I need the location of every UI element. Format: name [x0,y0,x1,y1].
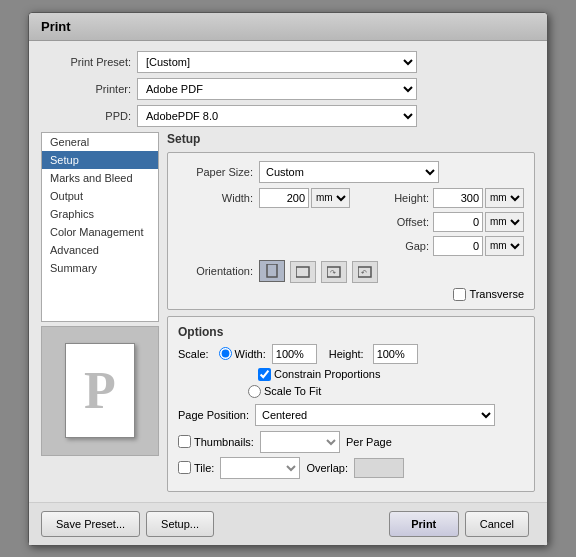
ppd-select[interactable]: AdobePDF 8.0 [137,105,417,127]
transverse-label[interactable]: Transverse [453,288,524,301]
bottom-buttons: Save Preset... Setup... Print Cancel [29,502,547,545]
width-label: Width: [178,192,253,204]
print-button[interactable]: Print [389,511,459,537]
rotate-ccw-button[interactable]: ↶ [352,261,378,283]
print-preset-select[interactable]: [Custom] [137,51,417,73]
width-unit-select[interactable]: mm [311,188,350,208]
thumbnails-checkbox-label[interactable]: Thumbnails: [178,435,254,448]
page-position-row: Page Position: Centered [178,404,524,426]
gap-spinner: mm [433,236,524,256]
cancel-button[interactable]: Cancel [465,511,529,537]
scale-fit-row: Scale To Fit [178,385,524,398]
setup-button[interactable]: Setup... [146,511,214,537]
per-page-label: Per Page [346,436,392,448]
rotate-ccw-icon: ↶ [358,266,372,278]
scale-label: Scale: [178,348,209,360]
height-spinner: mm [433,188,524,208]
gap-row: Gap: mm [394,236,524,256]
height-scale-label: Height: [329,348,364,360]
page-position-select[interactable]: Centered [255,404,495,426]
offset-input[interactable] [433,212,483,232]
thumbnails-checkbox[interactable] [178,435,191,448]
nav-item-summary[interactable]: Summary [42,259,158,277]
constrain-label[interactable]: Constrain Proportions [258,368,380,381]
width-radio-label[interactable]: Width: [219,347,266,360]
height-row: Height: mm [394,188,524,208]
height-input[interactable] [433,188,483,208]
width-spinner: mm [259,188,350,208]
width-col: Width: mm [178,188,384,213]
options-section-label: Options [178,325,524,339]
thumbnails-select[interactable] [260,431,340,453]
width-radio[interactable] [219,347,232,360]
scale-row: Scale: Width: Height: [178,344,524,364]
wh-row: Width: mm [178,188,524,256]
constrain-row: Constrain Proportions [178,368,524,381]
options-box: Options Scale: Width: Height: [167,316,535,492]
save-preset-button[interactable]: Save Preset... [41,511,140,537]
landscape-button[interactable] [290,261,316,283]
gap-input[interactable] [433,236,483,256]
nav-item-general[interactable]: General [42,133,158,151]
offset-row: Offset: mm [394,212,524,232]
gap-unit-select[interactable]: mm [485,236,524,256]
print-preset-label: Print Preset: [41,56,131,68]
scale-to-fit-label[interactable]: Scale To Fit [248,385,321,398]
scale-height-input[interactable] [373,344,418,364]
overlap-input[interactable] [354,458,404,478]
dialog-title: Print [41,19,71,34]
right-panel: Setup Paper Size: Custom Widt [167,132,535,492]
paper-size-label: Paper Size: [178,166,253,178]
scale-width-input[interactable] [272,344,317,364]
right-fields: Height: mm Offset: [394,188,524,256]
page-position-label: Page Position: [178,409,249,421]
nav-item-setup[interactable]: Setup [42,151,158,169]
print-preset-row: Print Preset: [Custom] [41,51,535,73]
transverse-row: Transverse [178,288,524,301]
height-label: Height: [394,192,429,204]
printer-label: Printer: [41,83,131,95]
setup-box: Paper Size: Custom Width: [167,152,535,310]
orientation-label: Orientation: [178,265,253,277]
offset-spinner: mm [433,212,524,232]
overlap-label: Overlap: [306,462,348,474]
orientation-row: Orientation: ↷ ↶ [178,260,524,283]
paper-size-select[interactable]: Custom [259,161,439,183]
dialog-body: Print Preset: [Custom] Printer: Adobe PD… [29,41,547,502]
gap-label: Gap: [394,240,429,252]
portrait-icon [266,264,278,278]
ppd-label: PPD: [41,110,131,122]
preview-page: P [65,343,135,438]
left-panel: General Setup Marks and Bleed Output Gra… [41,132,159,492]
nav-item-output[interactable]: Output [42,187,158,205]
offset-label: Offset: [394,216,429,228]
nav-list: General Setup Marks and Bleed Output Gra… [41,132,159,322]
nav-item-graphics[interactable]: Graphics [42,205,158,223]
setup-section-label: Setup [167,132,535,146]
nav-item-marks-bleed[interactable]: Marks and Bleed [42,169,158,187]
svg-text:↶: ↶ [361,269,367,276]
portrait-button[interactable] [259,260,285,282]
nav-item-advanced[interactable]: Advanced [42,241,158,259]
constrain-checkbox[interactable] [258,368,271,381]
ppd-row: PPD: AdobePDF 8.0 [41,105,535,127]
scale-to-fit-radio[interactable] [248,385,261,398]
printer-select[interactable]: Adobe PDF [137,78,417,100]
thumbnails-row: Thumbnails: Per Page [178,431,524,453]
svg-rect-1 [296,267,309,277]
tile-checkbox[interactable] [178,461,191,474]
offset-unit-select[interactable]: mm [485,212,524,232]
rotate-cw-button[interactable]: ↷ [321,261,347,283]
tile-select[interactable] [220,457,300,479]
preview-p-letter: P [84,361,116,420]
transverse-checkbox[interactable] [453,288,466,301]
printer-row: Printer: Adobe PDF [41,78,535,100]
width-input[interactable] [259,188,309,208]
preview-box: P [41,326,159,456]
nav-item-color-mgmt[interactable]: Color Management [42,223,158,241]
tile-checkbox-label[interactable]: Tile: [178,461,214,474]
orientation-buttons: ↷ ↶ [259,260,380,283]
landscape-icon [296,266,310,278]
height-unit-select[interactable]: mm [485,188,524,208]
tile-row: Tile: Overlap: [178,457,524,479]
